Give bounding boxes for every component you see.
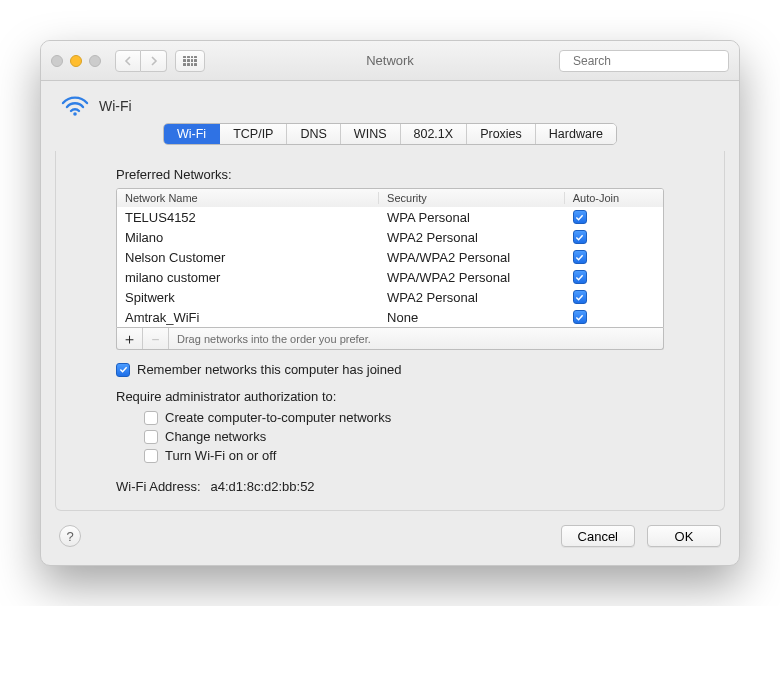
cell-security: WPA2 Personal: [379, 288, 565, 307]
require-option-label: Turn Wi-Fi on or off: [165, 448, 276, 463]
zoom-window-button[interactable]: [89, 55, 101, 67]
grid-icon: [183, 56, 197, 66]
table-row[interactable]: SpitwerkWPA2 Personal: [117, 287, 663, 307]
cell-security: WPA/WPA2 Personal: [379, 268, 565, 287]
ok-button[interactable]: OK: [647, 525, 721, 547]
search-field[interactable]: [559, 50, 729, 72]
help-button[interactable]: ?: [59, 525, 81, 547]
cell-auto-join[interactable]: [565, 288, 663, 307]
require-option-checkbox[interactable]: [144, 411, 158, 425]
cell-security: WPA Personal: [379, 208, 565, 227]
autojoin-checkbox[interactable]: [573, 250, 587, 264]
cell-security: None: [379, 308, 565, 327]
table-row[interactable]: Nelson CustomerWPA/WPA2 Personal: [117, 247, 663, 267]
tab-wins[interactable]: WINS: [341, 124, 401, 144]
autojoin-checkbox[interactable]: [573, 210, 587, 224]
drag-hint: Drag networks into the order you prefer.: [169, 333, 371, 345]
autojoin-checkbox[interactable]: [573, 270, 587, 284]
col-auto-join[interactable]: Auto-Join: [565, 192, 663, 204]
wifi-address-row: Wi-Fi Address: a4:d1:8c:d2:bb:52: [116, 479, 664, 494]
search-input[interactable]: [571, 53, 725, 69]
table-header: Network Name Security Auto-Join: [117, 189, 663, 207]
titlebar: Network: [41, 41, 739, 81]
back-button[interactable]: [115, 50, 141, 72]
autojoin-checkbox[interactable]: [573, 310, 587, 324]
remember-networks-checkbox[interactable]: [116, 363, 130, 377]
require-option-row[interactable]: Create computer-to-computer networks: [144, 410, 664, 425]
svg-point-2: [73, 112, 77, 116]
preferences-window: Network Wi-Fi Wi-FiTCP/IPDNSWINS802.1XPr…: [40, 40, 740, 566]
pane-title: Wi-Fi: [99, 98, 132, 114]
preferred-networks-label: Preferred Networks:: [116, 167, 664, 182]
require-admin-label: Require administrator authorization to:: [116, 389, 664, 404]
tab-proxies[interactable]: Proxies: [467, 124, 536, 144]
cell-security: WPA/WPA2 Personal: [379, 248, 565, 267]
footer: ? Cancel OK: [41, 525, 739, 565]
content-panel: Preferred Networks: Network Name Securit…: [55, 151, 725, 511]
wifi-address-label: Wi-Fi Address:: [116, 479, 201, 494]
require-option-label: Create computer-to-computer networks: [165, 410, 391, 425]
close-window-button[interactable]: [51, 55, 63, 67]
tab-bar: Wi-FiTCP/IPDNSWINS802.1XProxiesHardware: [41, 123, 739, 151]
cell-network-name: milano customer: [117, 268, 379, 287]
table-row[interactable]: MilanoWPA2 Personal: [117, 227, 663, 247]
add-network-button[interactable]: ＋: [117, 328, 143, 349]
show-all-button[interactable]: [175, 50, 205, 72]
forward-button[interactable]: [141, 50, 167, 72]
cell-auto-join[interactable]: [565, 228, 663, 247]
add-remove-bar: ＋ － Drag networks into the order you pre…: [116, 328, 664, 350]
cell-network-name: Milano: [117, 228, 379, 247]
wifi-address-value: a4:d1:8c:d2:bb:52: [211, 479, 315, 494]
cell-network-name: Spitwerk: [117, 288, 379, 307]
tab-dns[interactable]: DNS: [287, 124, 340, 144]
minimize-window-button[interactable]: [70, 55, 82, 67]
cancel-button[interactable]: Cancel: [561, 525, 635, 547]
remove-network-button[interactable]: －: [143, 328, 169, 349]
table-row[interactable]: milano customerWPA/WPA2 Personal: [117, 267, 663, 287]
tab-hardware[interactable]: Hardware: [536, 124, 616, 144]
autojoin-checkbox[interactable]: [573, 230, 587, 244]
cell-auto-join[interactable]: [565, 308, 663, 327]
autojoin-checkbox[interactable]: [573, 290, 587, 304]
table-row[interactable]: Amtrak_WiFiNone: [117, 307, 663, 327]
nav-buttons: [115, 50, 167, 72]
cell-network-name: Amtrak_WiFi: [117, 308, 379, 327]
require-option-checkbox[interactable]: [144, 449, 158, 463]
cell-security: WPA2 Personal: [379, 228, 565, 247]
col-network-name[interactable]: Network Name: [117, 192, 379, 204]
cell-auto-join[interactable]: [565, 248, 663, 267]
tab-tcp-ip[interactable]: TCP/IP: [220, 124, 287, 144]
tab-wi-fi[interactable]: Wi-Fi: [164, 124, 220, 144]
cell-network-name: TELUS4152: [117, 208, 379, 227]
remember-networks-row[interactable]: Remember networks this computer has join…: [116, 362, 664, 377]
remember-networks-label: Remember networks this computer has join…: [137, 362, 401, 377]
cell-network-name: Nelson Customer: [117, 248, 379, 267]
wifi-icon: [61, 95, 89, 117]
col-security[interactable]: Security: [379, 192, 565, 204]
cell-auto-join[interactable]: [565, 208, 663, 227]
pane-header: Wi-Fi: [41, 81, 739, 123]
traffic-lights: [51, 55, 101, 67]
require-option-row[interactable]: Turn Wi-Fi on or off: [144, 448, 664, 463]
cell-auto-join[interactable]: [565, 268, 663, 287]
require-option-row[interactable]: Change networks: [144, 429, 664, 444]
require-option-checkbox[interactable]: [144, 430, 158, 444]
networks-table: Network Name Security Auto-Join TELUS415…: [116, 188, 664, 328]
table-row[interactable]: TELUS4152WPA Personal: [117, 207, 663, 227]
require-option-label: Change networks: [165, 429, 266, 444]
tab-802-1x[interactable]: 802.1X: [401, 124, 468, 144]
